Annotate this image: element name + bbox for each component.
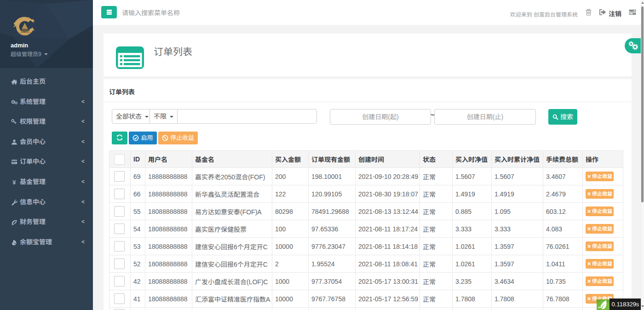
svg-text:¥: ¥ (12, 179, 16, 185)
